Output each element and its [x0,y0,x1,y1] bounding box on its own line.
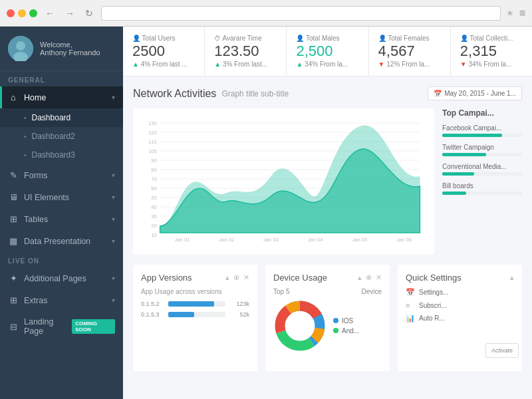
list-icon: ≡ [406,301,415,309]
campaign-name-billboards: Bill boards [442,182,522,190]
menu-icon[interactable]: ≡ [519,7,525,19]
refresh-button[interactable]: ↻ [82,7,96,20]
sidebar-item-dashboard2[interactable]: Dashboard2 [0,127,123,146]
version-bar-fill [168,312,194,317]
close-icon[interactable]: ✕ [376,273,382,282]
date-range-text: May 20, 2015 - June 1... [444,90,516,97]
sidebar-item-landing-page[interactable]: ⊟ Landing Page Coming Soon [0,311,123,342]
campaign-name-facebook: Facebook Campai... [442,124,522,132]
expand-icon[interactable]: ▴ [225,273,229,282]
ui-elements-label: UI Elements [24,193,69,202]
data-presentation-label: Data Presentation [24,237,90,246]
expand-icon[interactable]: ▴ [510,273,514,282]
svg-text:Jan 02: Jan 02 [219,237,234,243]
stat-change-females: ▼ 12% From la... [378,61,441,68]
activate-overlay: Activate [485,343,519,358]
svg-text:30: 30 [151,213,157,219]
campaigns-title: Top Campai... [442,108,522,118]
minimize-button[interactable] [18,9,26,17]
sidebar-item-additional-pages[interactable]: ✦ Additional Pages ▾ [0,267,123,289]
campaign-bar-fill [442,134,502,137]
network-activities-title: Network Activities [133,88,216,100]
ios-label: IOS [342,317,353,325]
sidebar-item-ui-elements[interactable]: 🖥 UI Elements ▾ [0,186,123,208]
campaign-bar-fill [442,192,466,195]
device-header: Top 5 Device [273,288,382,295]
quick-settings-title: Quick Settings [406,273,462,283]
avatar [8,36,33,61]
campaign-item-twitter: Twitter Campaign [442,144,522,156]
maximize-button[interactable] [29,9,37,17]
expand-icon[interactable]: ▴ [358,273,362,282]
svg-text:120: 120 [148,130,157,136]
sidebar-item-tables[interactable]: ⊞ Tables ▾ [0,208,123,230]
back-button[interactable]: ← [43,7,57,20]
settings-item-subscriptions[interactable]: ≡ Subscri... [406,301,514,309]
stat-value-time: 123.50 [214,44,277,59]
pin-icon[interactable]: ⊕ [233,273,239,282]
chevron-down-icon: ▾ [112,172,115,179]
time-icon: ⏱ [214,35,222,42]
stat-label-females: 👤 Total Females [378,35,441,42]
version-count-2: 52k [229,311,249,318]
stat-value-males: 2,500 [296,44,358,59]
card-actions: ▴ [510,273,514,282]
stat-value-collections: 2,315 [460,44,523,59]
sidebar-item-dashboard[interactable]: Dashboard [0,108,123,127]
network-activities-subtitle: Graph title sub-title [221,89,289,98]
settings-item-auto-refresh[interactable]: 📊 Auto R... [406,314,514,323]
collection-icon: 👤 [460,35,470,42]
sidebar-item-home[interactable]: ⌂ Home ▾ [0,86,123,108]
extras-icon: ⊞ [8,295,19,305]
svg-text:40: 40 [151,204,157,210]
svg-point-38 [285,311,315,340]
close-button[interactable] [7,9,15,17]
svg-text:110: 110 [148,139,157,145]
app-versions-title: App Versions [141,273,192,283]
stats-bar: 👤 Total Users 2500 ▲ 4% From last ... ⏱ … [123,27,532,76]
version-label-2: 0.1.5.3 [141,311,164,318]
svg-text:Jan 03: Jan 03 [263,237,279,243]
app-versions-header: App Versions ▴ ⊕ ✕ [141,273,249,283]
sidebar-item-forms[interactable]: ✎ Forms ▾ [0,164,123,186]
sidebar-item-dashboard3[interactable]: Dashboard3 [0,146,123,164]
section-live: LIVE ON [0,252,123,267]
calendar-icon: 📅 [406,288,415,297]
svg-text:Jan 05: Jan 05 [352,237,367,243]
pin-icon[interactable]: ⊕ [366,273,372,282]
device-content: IOS And... [273,299,382,354]
close-icon[interactable]: ✕ [243,273,249,282]
settings-item-settings[interactable]: 📅 Settings... [406,288,514,297]
android-dot [333,328,338,333]
stat-total-collections: 👤 Total Collecti... 2,315 ▼ 34% From la.… [451,27,532,76]
sidebar-item-data-presentation[interactable]: ▦ Data Presentation ▾ [0,230,123,252]
svg-text:20: 20 [151,223,157,229]
landing-page-label: Landing Page [24,317,72,336]
campaign-bar-bg [442,172,522,176]
version-bar-bg [168,301,225,307]
browser-chrome: ← → ↻ ★ ≡ [0,0,532,27]
stat-value-users: 2500 [132,44,195,59]
campaigns-panel: Top Campai... Facebook Campai... Twitter… [442,108,522,255]
svg-text:80: 80 [151,167,157,173]
dashboard-label: Dashboard [32,113,71,122]
date-range-badge[interactable]: 📅 May 20, 2015 - June 1... [428,86,522,100]
app-container: Welcome, Anthony Fernando GENERAL ⌂ Home… [0,27,532,399]
card-actions: ▴ ⊕ ✕ [225,273,249,282]
forms-label: Forms [24,171,47,180]
stat-change-users: ▲ 4% From last ... [132,61,195,68]
additional-pages-icon: ✦ [8,273,19,283]
auto-refresh-label: Auto R... [419,315,445,322]
additional-pages-label: Additional Pages [24,274,86,283]
android-label: And... [342,327,359,334]
donut-chart [273,299,327,354]
stat-total-females: 👤 Total Females 4,567 ▼ 12% From la... [369,27,451,76]
address-bar[interactable] [101,6,501,21]
stat-change-time: ▲ 3% From last... [214,61,277,68]
forward-button[interactable]: → [63,7,77,20]
svg-text:Jan 04: Jan 04 [308,237,323,243]
device-usage-title: Device Usage [273,273,327,283]
sidebar-home-label: Home [24,93,46,102]
stat-label-males: 👤 Total Males [296,35,358,42]
sidebar-item-extras[interactable]: ⊞ Extras ▾ [0,289,123,311]
